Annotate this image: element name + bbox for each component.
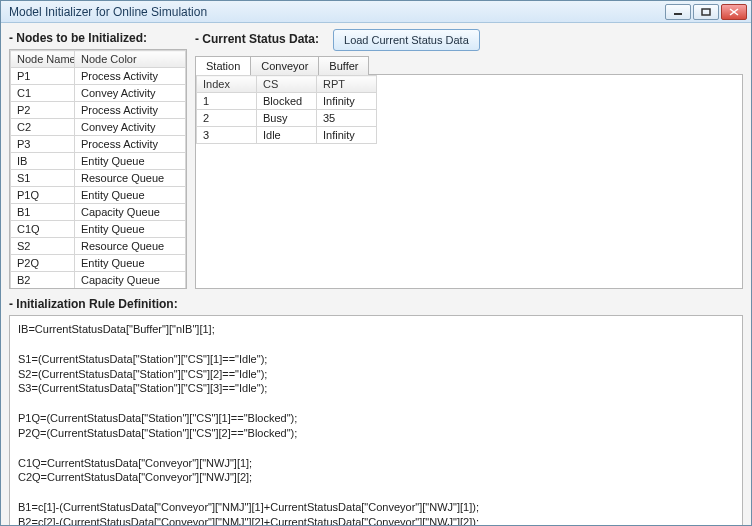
close-icon bbox=[729, 8, 739, 16]
table-row[interactable]: P1Process Activity bbox=[11, 68, 186, 85]
titlebar: Model Initializer for Online Simulation bbox=[1, 1, 751, 23]
node-color-cell: Resource Queue bbox=[75, 238, 186, 255]
nodes-header-name[interactable]: Node Name bbox=[11, 51, 75, 68]
svg-rect-1 bbox=[702, 9, 710, 15]
table-row[interactable]: P3Process Activity bbox=[11, 136, 186, 153]
window-controls bbox=[665, 4, 747, 20]
table-row[interactable]: C1QEntity Queue bbox=[11, 221, 186, 238]
status-title: - Current Status Data: bbox=[195, 32, 319, 46]
node-name-cell: P2Q bbox=[11, 255, 75, 272]
node-color-cell: Convey Activity bbox=[75, 85, 186, 102]
station-cell-cs: Blocked bbox=[257, 93, 317, 110]
table-row[interactable]: 2Busy35 bbox=[197, 110, 377, 127]
node-color-cell: Process Activity bbox=[75, 68, 186, 85]
tab-conveyor[interactable]: Conveyor bbox=[250, 56, 319, 75]
top-row: - Nodes to be Initialized: Node Name Nod… bbox=[9, 29, 743, 289]
node-name-cell: P3 bbox=[11, 136, 75, 153]
rule-panel: - Initialization Rule Definition: IB=Cur… bbox=[9, 295, 743, 525]
node-color-cell: Capacity Queue bbox=[75, 272, 186, 289]
table-row[interactable]: P1QEntity Queue bbox=[11, 187, 186, 204]
nodes-table-wrap: Node Name Node Color P1Process ActivityC… bbox=[9, 49, 187, 289]
node-name-cell: P1 bbox=[11, 68, 75, 85]
table-row[interactable]: B2Capacity Queue bbox=[11, 272, 186, 289]
table-row[interactable]: P2QEntity Queue bbox=[11, 255, 186, 272]
station-cell-cs: Busy bbox=[257, 110, 317, 127]
content-area: - Nodes to be Initialized: Node Name Nod… bbox=[1, 23, 751, 525]
node-color-cell: Capacity Queue bbox=[75, 204, 186, 221]
load-status-button[interactable]: Load Current Status Data bbox=[333, 29, 480, 51]
close-button[interactable] bbox=[721, 4, 747, 20]
nodes-header-color[interactable]: Node Color bbox=[75, 51, 186, 68]
node-color-cell: Entity Queue bbox=[75, 153, 186, 170]
station-header-rpt[interactable]: RPT bbox=[317, 76, 377, 93]
table-row[interactable]: B1Capacity Queue bbox=[11, 204, 186, 221]
node-color-cell: Entity Queue bbox=[75, 187, 186, 204]
status-panel: - Current Status Data: Load Current Stat… bbox=[195, 29, 743, 289]
station-cell-index: 1 bbox=[197, 93, 257, 110]
node-color-cell: Entity Queue bbox=[75, 255, 186, 272]
app-window: Model Initializer for Online Simulation … bbox=[0, 0, 752, 526]
node-color-cell: Entity Queue bbox=[75, 221, 186, 238]
maximize-button[interactable] bbox=[693, 4, 719, 20]
table-row[interactable]: S1Resource Queue bbox=[11, 170, 186, 187]
node-name-cell: P1Q bbox=[11, 187, 75, 204]
node-name-cell: C2 bbox=[11, 119, 75, 136]
status-inner: Station Conveyor Buffer Index CS RPT bbox=[195, 51, 743, 289]
node-name-cell: B1 bbox=[11, 204, 75, 221]
nodes-panel: - Nodes to be Initialized: Node Name Nod… bbox=[9, 29, 187, 289]
node-name-cell: S2 bbox=[11, 238, 75, 255]
table-row[interactable]: C1Convey Activity bbox=[11, 85, 186, 102]
node-color-cell: Convey Activity bbox=[75, 119, 186, 136]
station-cell-index: 2 bbox=[197, 110, 257, 127]
rule-title: - Initialization Rule Definition: bbox=[9, 297, 743, 311]
node-name-cell: P2 bbox=[11, 102, 75, 119]
table-row[interactable]: S2Resource Queue bbox=[11, 238, 186, 255]
table-row[interactable]: 1BlockedInfinity bbox=[197, 93, 377, 110]
node-name-cell: C1 bbox=[11, 85, 75, 102]
node-name-cell: C1Q bbox=[11, 221, 75, 238]
station-cell-index: 3 bbox=[197, 127, 257, 144]
station-cell-rpt: Infinity bbox=[317, 127, 377, 144]
node-color-cell: Process Activity bbox=[75, 136, 186, 153]
node-name-cell: S1 bbox=[11, 170, 75, 187]
tab-buffer[interactable]: Buffer bbox=[318, 56, 369, 75]
nodes-table: Node Name Node Color P1Process ActivityC… bbox=[10, 50, 186, 288]
node-color-cell: Resource Queue bbox=[75, 170, 186, 187]
station-cell-cs: Idle bbox=[257, 127, 317, 144]
status-tabs: Station Conveyor Buffer bbox=[195, 55, 743, 74]
node-color-cell: Process Activity bbox=[75, 102, 186, 119]
station-cell-rpt: Infinity bbox=[317, 93, 377, 110]
station-header-cs[interactable]: CS bbox=[257, 76, 317, 93]
station-header-index[interactable]: Index bbox=[197, 76, 257, 93]
nodes-title: - Nodes to be Initialized: bbox=[9, 31, 187, 45]
nodes-scroll[interactable]: Node Name Node Color P1Process ActivityC… bbox=[10, 50, 186, 288]
tab-station[interactable]: Station bbox=[195, 56, 251, 75]
node-name-cell: IB bbox=[11, 153, 75, 170]
maximize-icon bbox=[701, 8, 711, 16]
station-cell-rpt: 35 bbox=[317, 110, 377, 127]
minimize-button[interactable] bbox=[665, 4, 691, 20]
table-row[interactable]: 3IdleInfinity bbox=[197, 127, 377, 144]
minimize-icon bbox=[673, 8, 683, 16]
node-name-cell: B2 bbox=[11, 272, 75, 289]
window-title: Model Initializer for Online Simulation bbox=[5, 5, 665, 19]
status-header: - Current Status Data: Load Current Stat… bbox=[195, 29, 743, 51]
rule-textarea[interactable]: IB=CurrentStatusData["Buffer"]["nIB"][1]… bbox=[9, 315, 743, 525]
station-table: Index CS RPT 1BlockedInfinity2Busy353Idl… bbox=[196, 75, 377, 144]
table-row[interactable]: C2Convey Activity bbox=[11, 119, 186, 136]
table-row[interactable]: P2Process Activity bbox=[11, 102, 186, 119]
status-tab-body: Index CS RPT 1BlockedInfinity2Busy353Idl… bbox=[195, 74, 743, 289]
table-row[interactable]: IBEntity Queue bbox=[11, 153, 186, 170]
